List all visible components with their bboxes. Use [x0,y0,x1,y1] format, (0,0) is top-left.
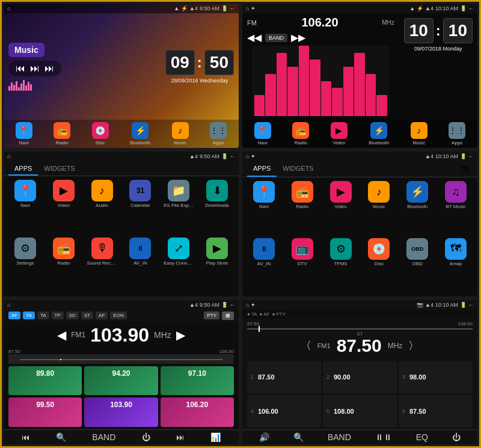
ctrl-power-6[interactable]: ⏻ [452,432,461,442]
grid-av-4[interactable]: ⏸ AV_IN [246,238,282,293]
preset6-1[interactable]: 1 87.50 [247,361,321,394]
grid-music-4[interactable]: ♪ Music [361,181,397,236]
ctrl-search-6[interactable]: 🔍 [293,432,304,442]
back-6[interactable]: ← [468,302,474,308]
back-5[interactable]: ← [230,302,235,308]
freq-right-arrow[interactable]: ▶ [176,328,185,342]
grid-amap-4[interactable]: 🗺 Amap [438,238,474,293]
pty-button[interactable]: PTY [204,311,219,319]
grid-play-store[interactable]: ▶ Play Store [199,238,235,293]
grid-video-4[interactable]: ▶ Video [323,181,359,236]
ctrl-forward[interactable]: ⏭ [176,432,185,442]
ctrl-search[interactable]: 🔍 [56,432,66,442]
ta2-btn[interactable]: TA [37,311,49,319]
preset6-4[interactable]: 4 106.00 [247,395,321,428]
music-controls[interactable]: ⏮ ⏭ ⏭ [8,61,61,76]
radio6-left-arrow[interactable]: 〈 [301,339,311,353]
grid-audio[interactable]: ♪ Audio [84,180,120,235]
grid-navi-4[interactable]: 📍 Navi [246,181,282,236]
preset-2[interactable]: 94.20 [84,366,158,396]
tab-widgets-3[interactable]: WIDGETS [38,161,81,176]
grid-downloads[interactable]: ⬇ Downloads [199,180,235,235]
tab-bag-icon: 🛍 [458,161,473,177]
play-button[interactable]: ⏭ [30,63,40,74]
grid-es-file[interactable]: 📁 ES File Explorer [161,180,197,235]
grid-obd-4[interactable]: OBD OBD [399,238,435,293]
band-icon: BAND [92,432,115,442]
back-icon-2[interactable]: ← [468,5,474,11]
grid-easy-connect[interactable]: ⤢ Easy Connecte [161,238,197,293]
ctrl-grid-6[interactable]: ⏸⏸ [375,432,392,442]
app-navi[interactable]: 📍 Navi [16,122,32,146]
app-music-2[interactable]: ♪ Music [411,122,427,146]
app-bluetooth[interactable]: ⚡ Bluetooth [130,122,150,146]
af-btn[interactable]: AF [8,311,20,319]
fm-band-button[interactable]: BAND [265,34,287,42]
eon-btn[interactable]: EON [110,311,126,319]
app-navi-2[interactable]: 📍 Navi [254,122,271,146]
app-video[interactable]: ▶ Video [331,122,348,146]
fm-prev-button[interactable]: ◀◀ [247,32,262,43]
grid-tpms-4[interactable]: ⚙ TPMS [323,238,359,293]
tab-apps-4[interactable]: APPS [247,161,277,177]
grid-radio-4[interactable]: 📻 Radio [284,181,320,236]
preset-5[interactable]: 103.90 [84,397,158,427]
ctrl-chart[interactable]: 📊 [210,432,221,442]
af2-btn[interactable]: AF [96,311,108,319]
fm-waveform [252,46,390,116]
app-radio[interactable]: 📻 Radio [54,122,70,146]
radio6-unit: MHz [388,342,403,350]
music-icon: ♪ [172,122,189,139]
back-3[interactable]: ← [230,153,235,159]
preset-3[interactable]: 97.10 [161,366,234,396]
preset6-6[interactable]: 6 87.50 [399,395,473,428]
ctrl-volume[interactable]: 🔊 [259,432,269,442]
app-disc[interactable]: 💿 Disc [92,122,109,146]
app-apps[interactable]: ⋮⋮ Apps [210,122,227,146]
tab-widgets-4[interactable]: WIDGETS [277,161,319,177]
grid-radio[interactable]: 📻 Radio [46,238,82,293]
grid-disc-4[interactable]: 💿 Disc [361,238,397,293]
preset6-3[interactable]: 3 98.00 [399,361,473,394]
tab-apps-3[interactable]: APPS [8,161,38,176]
preset-1[interactable]: 89.80 [8,366,82,396]
fm-next-button[interactable]: ▶▶ [291,32,305,43]
obd-icon-4: OBD [406,238,428,260]
grid-bt-music-4[interactable]: ♫ BT Music [438,181,474,236]
app-music[interactable]: ♪ Music [172,122,189,146]
grid-bt-4[interactable]: ⚡ Bluetooth [399,181,435,236]
back-icon[interactable]: ← [230,5,235,11]
fm-controls[interactable]: ◀◀ BAND ▶▶ [247,32,394,43]
preset-6[interactable]: 106.20 [161,397,234,427]
grid-dtv-4[interactable]: 📺 DTV [284,238,320,293]
app-bluetooth-2[interactable]: ⚡ Bluetooth [369,122,389,146]
app-apps-2[interactable]: ⋮⋮ Apps [449,122,465,146]
preset-4[interactable]: 99.50 [8,397,82,427]
grid-es-label: ES File Explorer [164,203,194,208]
tp-btn[interactable]: TP [52,311,64,319]
grid-calendar[interactable]: 31 Calendar [122,180,158,235]
sd-btn[interactable]: SD [66,311,79,319]
prev-button[interactable]: ⏮ [16,63,25,74]
ctrl-band[interactable]: BAND [92,432,115,442]
home-icon-4: ⌂ [246,153,249,159]
grid-sound-rec[interactable]: 🎙 Sound Record. [84,238,120,293]
preset6-freq-1: 87.50 [258,373,275,381]
freq-left-arrow[interactable]: ◀ [57,328,66,342]
preset6-2[interactable]: 2 90.00 [323,361,397,394]
preset6-5[interactable]: 5 108.00 [323,395,397,428]
ta-btn[interactable]: TA [23,311,35,319]
st-btn[interactable]: ST [81,311,93,319]
ctrl-eq[interactable]: EQ [416,432,428,442]
radio6-right-arrow[interactable]: 〉 [408,339,419,353]
ctrl-power[interactable]: ⏻ [142,432,150,442]
grid-video[interactable]: ▶ Video [46,180,82,235]
ctrl-replay[interactable]: ⏮ [22,432,30,442]
next-button[interactable]: ⏭ [44,63,54,74]
grid-settings[interactable]: ⚙ Settings [7,238,43,293]
back-4[interactable]: ← [468,153,474,159]
grid-av-in[interactable]: ⏸ AV_IN [122,238,158,293]
app-radio-2[interactable]: 📻 Radio [292,122,309,146]
ctrl-band-6[interactable]: BAND [328,432,351,442]
grid-navi[interactable]: 📍 Navi [7,180,43,235]
